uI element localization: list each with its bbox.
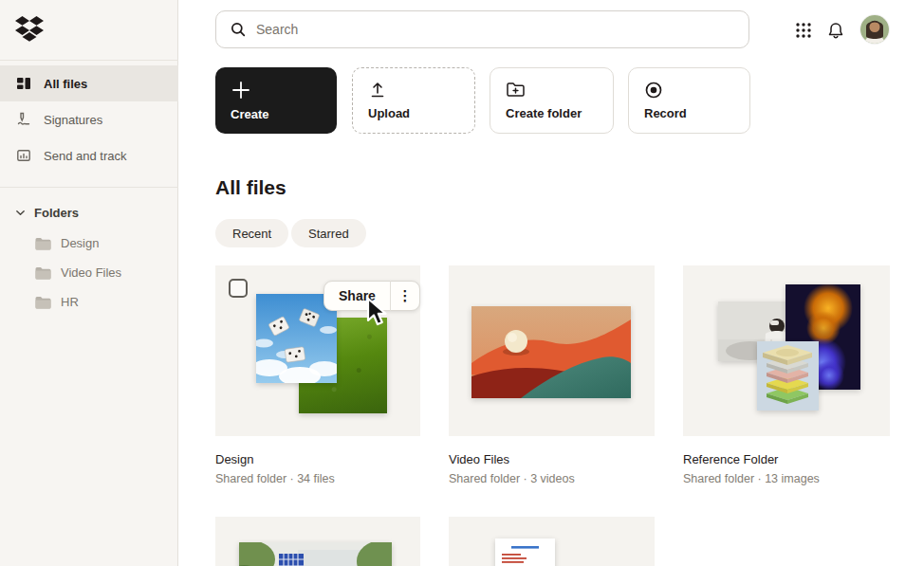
sidebar-item-label: All files (44, 77, 87, 91)
card-name[interactable]: Design (215, 452, 253, 466)
sidebar-item-all-files[interactable]: All files (0, 65, 178, 101)
create-button-label: Create (231, 107, 268, 121)
sidebar-item-label: Send and track (44, 149, 126, 163)
card-meta: Shared folder · 13 images (683, 472, 820, 485)
signature-pen-icon (16, 112, 31, 127)
record-icon (644, 81, 663, 103)
card-name[interactable]: Reference Folder (683, 452, 778, 466)
notifications-bell-icon[interactable] (827, 22, 844, 39)
folder-item-label: HR (61, 295, 79, 309)
sidebar-item-send-and-track[interactable]: Send and track (0, 137, 178, 173)
sidebar: All files Signatures Send and track Fold… (0, 0, 178, 566)
card-name[interactable]: Video Files (449, 452, 509, 466)
sidebar-folder-video-files[interactable]: Video Files (0, 258, 178, 287)
folder-card-partial-1[interactable] (215, 517, 420, 566)
create-folder-button[interactable]: Create folder (490, 67, 614, 134)
folder-card-design[interactable]: Share ⋮ (215, 265, 420, 436)
record-button-label: Record (644, 106, 687, 120)
filter-chip-recent[interactable]: Recent (215, 219, 288, 247)
sidebar-folders-section: Folders Design Video Files HR (0, 196, 178, 317)
chevron-down-icon (15, 208, 26, 218)
folder-icon (35, 266, 51, 280)
folder-card-video-files[interactable] (449, 265, 655, 436)
sidebar-folder-hr[interactable]: HR (0, 287, 178, 317)
send-track-chart-icon (16, 148, 31, 163)
dropbox-logo-icon[interactable] (15, 16, 44, 42)
folders-section-toggle[interactable]: Folders (0, 196, 178, 228)
card-meta: Shared folder · 3 videos (449, 472, 575, 485)
search-icon (231, 22, 246, 37)
folders-section-label: Folders (34, 206, 79, 220)
plus-icon (231, 80, 251, 104)
sidebar-nav: All files Signatures Send and track (0, 65, 178, 173)
search-input[interactable] (256, 22, 711, 37)
abstract-waves-art (471, 306, 631, 398)
file-checkbox[interactable] (229, 279, 248, 298)
kebab-menu-icon[interactable]: ⋮ (391, 287, 419, 304)
create-button[interactable]: Create (215, 67, 337, 134)
create-folder-button-label: Create folder (506, 106, 582, 120)
dropbox-app-window: All files Signatures Send and track Fold… (0, 0, 924, 566)
sidebar-divider (0, 187, 178, 188)
upload-button-label: Upload (368, 106, 410, 120)
upload-icon (368, 81, 387, 103)
upload-button[interactable]: Upload (352, 67, 475, 134)
sidebar-item-signatures[interactable]: Signatures (0, 101, 178, 137)
filter-chip-label: Recent (232, 227, 271, 241)
sidebar-divider (0, 60, 178, 61)
folder-item-label: Video Files (61, 265, 121, 280)
sidebar-item-label: Signatures (44, 113, 102, 127)
stacked-layers-art (757, 341, 819, 411)
folder-card-partial-2[interactable] (449, 517, 655, 566)
apps-grid-icon[interactable] (795, 22, 812, 39)
folder-card-reference[interactable] (683, 265, 890, 436)
mouse-cursor (365, 297, 391, 332)
sidebar-folder-design[interactable]: Design (0, 228, 178, 258)
folder-item-label: Design (61, 236, 99, 250)
business-letter-doc (495, 539, 555, 566)
folder-icon (35, 296, 51, 309)
page-title: All files (215, 176, 286, 199)
filter-chip-starred[interactable]: Starred (291, 219, 366, 247)
search-bar[interactable] (215, 10, 749, 48)
all-files-icon (16, 76, 31, 91)
folder-plus-icon (506, 81, 526, 103)
card-meta: Shared folder · 34 files (215, 472, 335, 485)
record-button[interactable]: Record (628, 67, 750, 134)
folder-icon (35, 237, 51, 250)
user-avatar[interactable] (860, 15, 889, 44)
filter-chip-label: Starred (308, 227, 349, 241)
courtyard-photo (239, 542, 392, 566)
